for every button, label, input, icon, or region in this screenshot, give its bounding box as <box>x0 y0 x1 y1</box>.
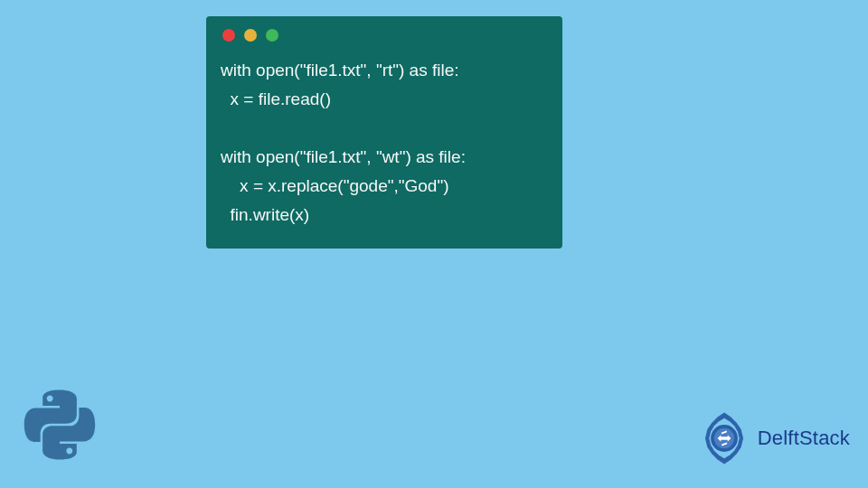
code-line: with open("file1.txt", "rt") as file: <box>221 61 459 80</box>
window-controls <box>222 29 548 42</box>
code-line: x = x.replace("gode","God") <box>221 176 448 195</box>
code-line: with open("file1.txt", "wt") as file: <box>221 147 466 166</box>
delftstack-icon <box>696 410 752 466</box>
brand-logo: DelftStack <box>696 410 850 466</box>
code-block: with open("file1.txt", "rt") as file: x … <box>221 56 548 229</box>
close-icon <box>222 29 235 42</box>
code-line: x = file.read() <box>221 89 331 108</box>
code-line: fin.write(x) <box>221 205 309 224</box>
maximize-icon <box>266 29 278 42</box>
minimize-icon <box>244 29 257 42</box>
brand-name: DelftStack <box>758 427 850 450</box>
code-window: with open("file1.txt", "rt") as file: x … <box>206 16 562 249</box>
python-logo-icon <box>20 389 99 468</box>
code-line <box>221 118 231 137</box>
